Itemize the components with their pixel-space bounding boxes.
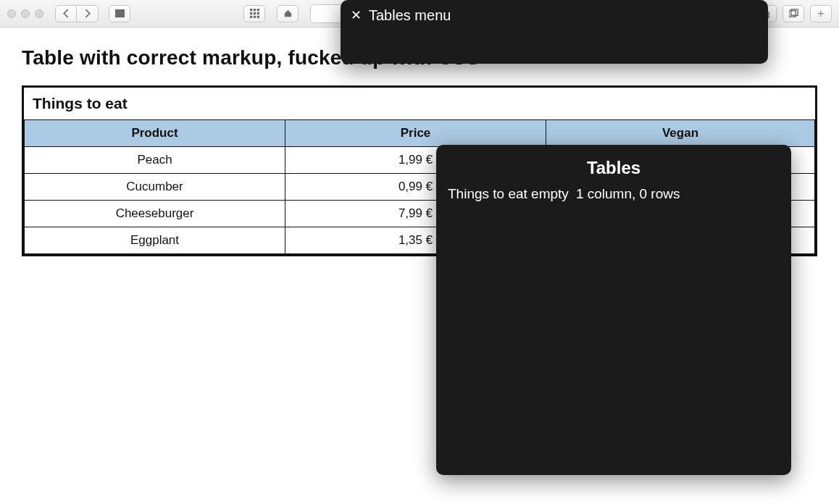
cell-product: Cheeseburger	[25, 201, 285, 227]
svg-rect-1	[115, 9, 119, 17]
rotor-detail-right: 1 column, 0 rows	[576, 186, 680, 201]
svg-rect-6	[253, 12, 255, 14]
rotor-detail-left: Things to eat empty	[448, 186, 569, 201]
svg-rect-3	[253, 9, 255, 11]
voiceover-caption-panel: ✕ Tables menu	[341, 0, 768, 64]
close-icon[interactable]: ✕	[351, 9, 362, 22]
home-button[interactable]	[277, 5, 299, 22]
col-price: Price	[285, 120, 546, 147]
table-caption: Things to eat	[24, 88, 815, 119]
back-button[interactable]	[55, 5, 77, 22]
rotor-detail: Things to eat empty1 column, 0 rows	[448, 185, 780, 203]
window-min-dot[interactable]	[21, 9, 30, 18]
voiceover-rotor-panel[interactable]: Tables Things to eat empty1 column, 0 ro…	[436, 145, 791, 475]
nav-back-forward	[55, 5, 99, 22]
svg-rect-8	[250, 16, 252, 18]
new-tab-button[interactable]: +	[810, 5, 832, 22]
svg-rect-10	[256, 16, 259, 18]
cell-product: Cucumber	[25, 174, 285, 201]
tabs-button[interactable]	[782, 5, 804, 22]
svg-rect-2	[250, 9, 252, 11]
window-controls	[7, 9, 43, 18]
cell-product: Peach	[25, 147, 285, 174]
svg-rect-5	[250, 12, 252, 14]
plus-icon: +	[817, 7, 824, 20]
window-zoom-dot[interactable]	[35, 9, 43, 18]
voiceover-caption-text: Tables menu	[369, 7, 451, 24]
svg-rect-7	[256, 12, 259, 14]
svg-rect-4	[256, 9, 259, 11]
cell-product: Eggplant	[25, 227, 285, 254]
forward-button[interactable]	[77, 5, 99, 22]
svg-rect-9	[253, 16, 255, 18]
rotor-heading: Tables	[448, 158, 780, 178]
col-product: Product	[25, 120, 285, 147]
top-sites-button[interactable]	[243, 5, 265, 22]
table-header-row: Product Price Vegan	[25, 120, 815, 147]
window-close-dot[interactable]	[7, 9, 16, 18]
sidebar-toggle-button[interactable]	[109, 5, 130, 22]
col-vegan: Vegan	[546, 120, 815, 147]
